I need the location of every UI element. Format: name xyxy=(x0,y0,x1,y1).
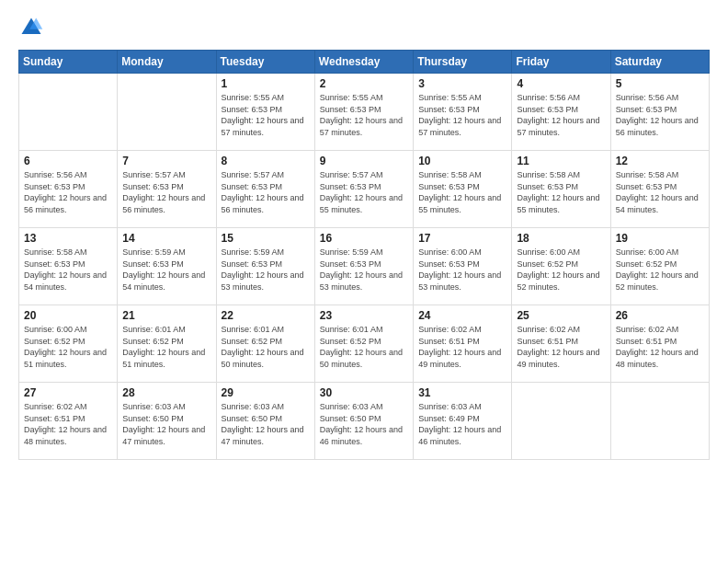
day-number: 16 xyxy=(320,232,408,245)
calendar-cell: 15Sunrise: 5:59 AM Sunset: 6:53 PM Dayli… xyxy=(216,228,314,305)
calendar-cell: 31Sunrise: 6:03 AM Sunset: 6:49 PM Dayli… xyxy=(414,383,512,460)
week-row: 1Sunrise: 5:55 AM Sunset: 6:53 PM Daylig… xyxy=(19,74,710,151)
day-info: Sunrise: 6:03 AM Sunset: 6:49 PM Dayligh… xyxy=(418,401,506,447)
day-number: 7 xyxy=(122,155,210,167)
page: SundayMondayTuesdayWednesdayThursdayFrid… xyxy=(0,0,728,563)
calendar-cell: 14Sunrise: 5:59 AM Sunset: 6:53 PM Dayli… xyxy=(118,228,216,305)
day-info: Sunrise: 5:58 AM Sunset: 6:53 PM Dayligh… xyxy=(616,169,704,215)
day-number: 13 xyxy=(24,232,112,245)
weekday-header: Sunday xyxy=(19,51,118,74)
day-info: Sunrise: 5:58 AM Sunset: 6:53 PM Dayligh… xyxy=(24,247,112,293)
day-info: Sunrise: 6:01 AM Sunset: 6:52 PM Dayligh… xyxy=(122,324,210,370)
day-number: 10 xyxy=(418,155,506,167)
weekday-header: Thursday xyxy=(414,51,512,74)
day-info: Sunrise: 6:02 AM Sunset: 6:51 PM Dayligh… xyxy=(616,324,704,370)
weekday-header: Wednesday xyxy=(314,51,413,74)
calendar-cell: 13Sunrise: 5:58 AM Sunset: 6:53 PM Dayli… xyxy=(19,228,118,305)
day-number: 19 xyxy=(616,232,704,245)
calendar-cell: 27Sunrise: 6:02 AM Sunset: 6:51 PM Dayli… xyxy=(19,383,118,460)
calendar-cell: 10Sunrise: 5:58 AM Sunset: 6:53 PM Dayli… xyxy=(414,151,512,228)
day-number: 30 xyxy=(320,386,408,399)
day-number: 31 xyxy=(418,386,506,399)
calendar-cell: 9Sunrise: 5:57 AM Sunset: 6:53 PM Daylig… xyxy=(314,151,413,228)
day-number: 12 xyxy=(616,155,704,167)
calendar-cell: 5Sunrise: 5:56 AM Sunset: 6:53 PM Daylig… xyxy=(610,74,709,151)
day-info: Sunrise: 6:01 AM Sunset: 6:52 PM Dayligh… xyxy=(320,324,408,370)
weekday-header: Monday xyxy=(118,51,216,74)
calendar-cell: 6Sunrise: 5:56 AM Sunset: 6:53 PM Daylig… xyxy=(19,151,118,228)
calendar-cell: 7Sunrise: 5:57 AM Sunset: 6:53 PM Daylig… xyxy=(118,151,216,228)
calendar-cell: 20Sunrise: 6:00 AM Sunset: 6:52 PM Dayli… xyxy=(19,305,118,383)
calendar-cell: 24Sunrise: 6:02 AM Sunset: 6:51 PM Dayli… xyxy=(414,305,512,383)
calendar-cell xyxy=(118,74,216,151)
day-number: 3 xyxy=(418,77,506,90)
calendar-cell: 17Sunrise: 6:00 AM Sunset: 6:53 PM Dayli… xyxy=(414,228,512,305)
day-info: Sunrise: 5:57 AM Sunset: 6:53 PM Dayligh… xyxy=(320,169,408,215)
calendar-cell: 8Sunrise: 5:57 AM Sunset: 6:53 PM Daylig… xyxy=(216,151,314,228)
calendar-cell: 21Sunrise: 6:01 AM Sunset: 6:52 PM Dayli… xyxy=(118,305,216,383)
calendar-cell: 3Sunrise: 5:55 AM Sunset: 6:53 PM Daylig… xyxy=(414,74,512,151)
week-row: 6Sunrise: 5:56 AM Sunset: 6:53 PM Daylig… xyxy=(19,151,710,228)
day-info: Sunrise: 5:57 AM Sunset: 6:53 PM Dayligh… xyxy=(222,169,310,215)
weekday-header: Saturday xyxy=(610,51,709,74)
weekday-header: Friday xyxy=(512,51,610,74)
day-info: Sunrise: 6:00 AM Sunset: 6:53 PM Dayligh… xyxy=(418,247,506,293)
calendar-cell: 18Sunrise: 6:00 AM Sunset: 6:52 PM Dayli… xyxy=(512,228,610,305)
day-info: Sunrise: 5:55 AM Sunset: 6:53 PM Dayligh… xyxy=(222,92,310,138)
logo xyxy=(18,15,48,40)
day-number: 15 xyxy=(222,232,310,245)
day-info: Sunrise: 6:03 AM Sunset: 6:50 PM Dayligh… xyxy=(222,401,310,447)
calendar-cell: 4Sunrise: 5:56 AM Sunset: 6:53 PM Daylig… xyxy=(512,74,610,151)
header xyxy=(18,15,710,40)
day-info: Sunrise: 5:55 AM Sunset: 6:53 PM Dayligh… xyxy=(320,92,408,138)
day-info: Sunrise: 6:00 AM Sunset: 6:52 PM Dayligh… xyxy=(616,247,704,293)
day-number: 18 xyxy=(517,232,605,245)
week-row: 13Sunrise: 5:58 AM Sunset: 6:53 PM Dayli… xyxy=(19,228,710,305)
weekday-header: Tuesday xyxy=(216,51,314,74)
calendar-cell: 29Sunrise: 6:03 AM Sunset: 6:50 PM Dayli… xyxy=(216,383,314,460)
day-number: 11 xyxy=(517,155,605,167)
calendar-cell: 11Sunrise: 5:58 AM Sunset: 6:53 PM Dayli… xyxy=(512,151,610,228)
day-number: 1 xyxy=(222,77,310,90)
day-number: 6 xyxy=(24,155,112,167)
day-number: 28 xyxy=(122,386,210,399)
day-number: 2 xyxy=(320,77,408,90)
calendar-cell xyxy=(19,74,118,151)
day-number: 5 xyxy=(616,77,704,90)
day-info: Sunrise: 6:03 AM Sunset: 6:50 PM Dayligh… xyxy=(122,401,210,447)
day-number: 25 xyxy=(517,309,605,322)
day-number: 20 xyxy=(24,309,112,322)
day-number: 17 xyxy=(418,232,506,245)
day-number: 24 xyxy=(418,309,506,322)
day-number: 9 xyxy=(320,155,408,167)
calendar-cell: 26Sunrise: 6:02 AM Sunset: 6:51 PM Dayli… xyxy=(610,305,709,383)
day-info: Sunrise: 5:57 AM Sunset: 6:53 PM Dayligh… xyxy=(122,169,210,215)
day-info: Sunrise: 5:56 AM Sunset: 6:53 PM Dayligh… xyxy=(24,169,112,215)
calendar-cell: 22Sunrise: 6:01 AM Sunset: 6:52 PM Dayli… xyxy=(216,305,314,383)
calendar-cell: 2Sunrise: 5:55 AM Sunset: 6:53 PM Daylig… xyxy=(314,74,413,151)
day-number: 29 xyxy=(222,386,310,399)
day-info: Sunrise: 5:59 AM Sunset: 6:53 PM Dayligh… xyxy=(122,247,210,293)
day-info: Sunrise: 5:59 AM Sunset: 6:53 PM Dayligh… xyxy=(222,247,310,293)
day-number: 21 xyxy=(122,309,210,322)
day-number: 4 xyxy=(517,77,605,90)
day-info: Sunrise: 6:02 AM Sunset: 6:51 PM Dayligh… xyxy=(24,401,112,447)
calendar-cell: 28Sunrise: 6:03 AM Sunset: 6:50 PM Dayli… xyxy=(118,383,216,460)
day-info: Sunrise: 5:58 AM Sunset: 6:53 PM Dayligh… xyxy=(418,169,506,215)
day-info: Sunrise: 5:55 AM Sunset: 6:53 PM Dayligh… xyxy=(418,92,506,138)
day-info: Sunrise: 6:02 AM Sunset: 6:51 PM Dayligh… xyxy=(418,324,506,370)
day-number: 8 xyxy=(222,155,310,167)
calendar-table: SundayMondayTuesdayWednesdayThursdayFrid… xyxy=(18,50,710,460)
calendar-cell: 23Sunrise: 6:01 AM Sunset: 6:52 PM Dayli… xyxy=(314,305,413,383)
calendar-cell xyxy=(512,383,610,460)
day-number: 22 xyxy=(222,309,310,322)
calendar-cell xyxy=(610,383,709,460)
day-info: Sunrise: 6:00 AM Sunset: 6:52 PM Dayligh… xyxy=(24,324,112,370)
calendar-cell: 25Sunrise: 6:02 AM Sunset: 6:51 PM Dayli… xyxy=(512,305,610,383)
day-info: Sunrise: 5:56 AM Sunset: 6:53 PM Dayligh… xyxy=(517,92,605,138)
day-info: Sunrise: 6:02 AM Sunset: 6:51 PM Dayligh… xyxy=(517,324,605,370)
day-info: Sunrise: 6:01 AM Sunset: 6:52 PM Dayligh… xyxy=(222,324,310,370)
day-info: Sunrise: 6:00 AM Sunset: 6:52 PM Dayligh… xyxy=(517,247,605,293)
day-number: 26 xyxy=(616,309,704,322)
day-number: 23 xyxy=(320,309,408,322)
